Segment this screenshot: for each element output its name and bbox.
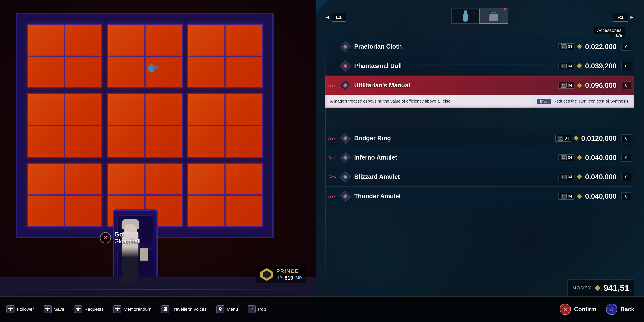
qty-icon-4 bbox=[561, 155, 566, 160]
L1-nav-button[interactable]: L1 bbox=[332, 13, 346, 22]
action-confirm[interactable]: × Confirm bbox=[560, 304, 596, 315]
have-count-1: 0 bbox=[625, 64, 627, 68]
x-symbol: × bbox=[104, 234, 107, 241]
nav-left-container[interactable]: ◄ L1 bbox=[325, 13, 346, 22]
shop-item-utilitarians-manual[interactable]: New Utilitarian's Manual 04 0.096,000 bbox=[325, 76, 634, 108]
shop-item-blizzard-amulet[interactable]: New Blizzard Amulet 04 0.040,000 0 bbox=[325, 167, 634, 186]
bag-tab-icon bbox=[490, 11, 498, 22]
circle-action-button[interactable]: ○ bbox=[606, 304, 617, 315]
price-section-6: 04 0.040,000 0 bbox=[558, 192, 631, 200]
price-value: 0.022,000 bbox=[584, 43, 617, 51]
hud-travellers-voices: Travellers' Voices bbox=[161, 305, 207, 313]
item-name-inferno: Inferno Amulet bbox=[354, 154, 558, 161]
nav-right-arrow: ► bbox=[630, 14, 634, 20]
price-section-4: 04 0.040,000 0 bbox=[558, 154, 631, 162]
nav-left-arrow: ◄ bbox=[325, 14, 330, 20]
item-icon-gem-pink bbox=[343, 64, 348, 68]
price-main-1: 39,200 bbox=[595, 62, 617, 70]
item-icon-dodger bbox=[340, 132, 351, 144]
qty-number: 04 bbox=[568, 44, 572, 49]
shop-item-thunder-amulet[interactable]: New Thunder Amulet 04 0.040,000 0 bbox=[325, 186, 634, 206]
qty-number-3: 04 bbox=[565, 136, 569, 140]
currency-icon-5 bbox=[577, 174, 582, 180]
action-back[interactable]: ○ Back bbox=[606, 304, 634, 315]
window-pane bbox=[188, 163, 263, 227]
window-pane bbox=[27, 24, 102, 88]
tab-accessories[interactable] bbox=[480, 8, 508, 24]
price-decimal-1: 0.0 bbox=[585, 62, 595, 70]
selected-glow bbox=[325, 76, 634, 108]
have-indicator: 0 bbox=[622, 43, 631, 51]
price-value-3: 0.0120,000 bbox=[581, 134, 617, 142]
shop-nav: ◄ L1 bbox=[316, 6, 644, 26]
x-action-button[interactable]: × bbox=[560, 304, 571, 315]
item-icon-gem-inferno bbox=[343, 155, 348, 160]
currency-icon-6 bbox=[577, 194, 582, 199]
window-pane bbox=[27, 163, 102, 227]
interaction-prompt: × Go Gloamhall bbox=[100, 231, 140, 245]
shop-item-phantasmal-doll[interactable]: Phantasmal Doll 04 0.039,200 0 bbox=[325, 56, 634, 76]
shop-panel: ◄ L1 bbox=[316, 0, 644, 322]
confirm-label: Confirm bbox=[574, 306, 596, 313]
qty-number-4: 04 bbox=[568, 155, 572, 160]
new-indicator-dot bbox=[504, 8, 506, 10]
price-main: 22,000 bbox=[595, 43, 617, 50]
price-value-1: 0.039,200 bbox=[584, 62, 617, 70]
tab-consumables[interactable] bbox=[452, 8, 480, 24]
window-pane bbox=[188, 93, 263, 158]
item-icon-blizzard bbox=[340, 171, 351, 182]
lantern-icon bbox=[216, 305, 224, 313]
location-name: Gloamhall bbox=[114, 238, 140, 245]
L1-button-icon: L1 bbox=[248, 305, 256, 313]
qty-icon bbox=[561, 44, 566, 49]
currency-icon-1 bbox=[577, 64, 582, 68]
window-pane bbox=[27, 93, 102, 158]
item-icon-pink bbox=[340, 60, 351, 72]
shop-item-dodger-ring[interactable]: New Dodger Ring 04 0.0120,000 0 bbox=[325, 129, 634, 148]
L1-nav-label: L1 bbox=[336, 14, 342, 20]
new-badge-thunder: New bbox=[328, 194, 341, 199]
nav-tabs bbox=[452, 8, 508, 24]
money-currency-icon bbox=[594, 285, 600, 291]
character-name: PRINCE bbox=[276, 268, 302, 274]
bottom-hud: Follower Save Requests bbox=[0, 296, 316, 322]
currency-icon-4 bbox=[577, 155, 582, 160]
item-icon-gem bbox=[343, 44, 348, 49]
price-section: 04 0.022,000 0 bbox=[558, 43, 631, 51]
R1-nav-button[interactable]: R1 bbox=[613, 13, 628, 22]
save-label: Save bbox=[54, 307, 64, 312]
price-value-4: 0.040,000 bbox=[584, 154, 617, 162]
emblem-inner bbox=[262, 270, 271, 278]
item-name-blizzard: Blizzard Amulet bbox=[354, 174, 558, 180]
have-indicator-1: 0 bbox=[622, 62, 631, 70]
nav-right-container[interactable]: R1 ► bbox=[613, 13, 634, 22]
memorandum-label: Memorandum bbox=[124, 307, 152, 312]
new-badge-dodger: New bbox=[328, 136, 341, 141]
interaction-text: Go Gloamhall bbox=[114, 231, 140, 245]
qty-number-6: 04 bbox=[568, 194, 572, 198]
mp-label: MP bbox=[296, 276, 302, 280]
circle-action-symbol: ○ bbox=[610, 306, 614, 313]
pop-label: Pop bbox=[258, 307, 266, 312]
hud-l1-pop: L1 Pop bbox=[248, 305, 266, 313]
travellers-voices-label: Travellers' Voices bbox=[172, 307, 207, 312]
dpad-icon-requests bbox=[74, 305, 82, 313]
price-decimal: 0.0 bbox=[585, 43, 595, 50]
hp-value: 819 bbox=[285, 275, 293, 281]
back-label: Back bbox=[620, 306, 634, 313]
shimmer-4 bbox=[316, 258, 644, 258]
dpad-icon-memo bbox=[113, 305, 121, 313]
item-icon-inferno bbox=[340, 152, 351, 163]
shop-item-praetorian-cloth[interactable]: Praetorian Cloth 04 0.022,000 0 bbox=[325, 37, 634, 56]
money-amount: 941,51 bbox=[604, 283, 629, 293]
flying-creature bbox=[148, 64, 158, 77]
window-pane bbox=[107, 24, 182, 88]
bottle-tab-icon bbox=[462, 10, 470, 22]
shop-item-inferno-amulet[interactable]: New Inferno Amulet 04 0.040,000 0 bbox=[325, 148, 634, 167]
quantity-badge-6: 04 bbox=[558, 193, 574, 200]
hp-row: HP 819 MP bbox=[276, 275, 302, 281]
creature-body bbox=[148, 64, 154, 72]
have-count-5: 0 bbox=[625, 175, 627, 179]
dpad-icon bbox=[6, 305, 14, 313]
item-name-phantasmal: Phantasmal Doll bbox=[354, 62, 558, 70]
